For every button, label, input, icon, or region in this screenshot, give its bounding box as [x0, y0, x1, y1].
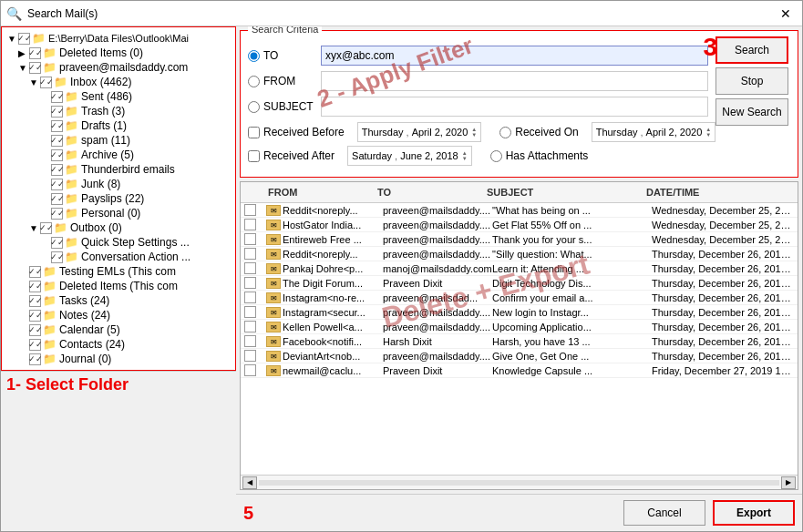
row-checkbox[interactable]: [244, 321, 256, 332]
folder-checkbox[interactable]: ✓: [51, 120, 63, 132]
received-on-date-field[interactable]: Thursday , April 2, 2020 ▲▼: [592, 122, 716, 142]
export-button[interactable]: Export: [713, 500, 795, 526]
row-checkbox[interactable]: [244, 262, 256, 274]
from-field[interactable]: [321, 71, 708, 91]
list-item[interactable]: ✓ 📁 Payslips (22): [5, 191, 232, 206]
row-checkbox[interactable]: [244, 204, 256, 216]
row-checkbox[interactable]: [244, 335, 256, 347]
list-item[interactable]: ✓ 📁 Calendar (5): [5, 322, 232, 337]
row-checkbox[interactable]: [244, 350, 256, 362]
folder-checkbox[interactable]: ✓: [29, 353, 41, 365]
folder-checkbox[interactable]: ✓: [51, 251, 63, 263]
folder-checkbox[interactable]: ✓: [51, 149, 63, 161]
folder-checkbox[interactable]: ✓: [51, 237, 63, 249]
table-row[interactable]: ✉ DeviantArt<nob... praveen@mailsdaddy..…: [241, 349, 798, 363]
list-item[interactable]: ✓ 📁 Personal (0): [5, 206, 232, 220]
to-field[interactable]: [321, 46, 708, 66]
row-checkbox[interactable]: [244, 248, 256, 260]
list-item[interactable]: ✓ 📁 Testing EMLs (This com: [5, 264, 232, 279]
col-datetime-header[interactable]: DATE/TIME: [643, 185, 794, 200]
folder-checkbox[interactable]: ✓: [51, 91, 63, 103]
subject-radio[interactable]: [248, 101, 260, 113]
date-spinner[interactable]: ▲▼: [471, 127, 477, 138]
table-row[interactable]: ✉ HostGator India... praveen@mailsdaddy.…: [241, 218, 798, 232]
date-spinner2[interactable]: ▲▼: [705, 127, 711, 138]
stop-button[interactable]: Stop: [715, 67, 788, 95]
folder-checkbox[interactable]: ✓: [51, 135, 63, 147]
row-checkbox[interactable]: [244, 292, 256, 303]
new-search-button[interactable]: New Search: [715, 98, 788, 126]
folder-checkbox[interactable]: ✓: [29, 295, 41, 307]
has-attachments-radio[interactable]: [490, 150, 502, 162]
row-checkbox[interactable]: [244, 364, 256, 376]
scroll-left[interactable]: ◀: [242, 476, 257, 489]
received-before-date-field[interactable]: Thursday , April 2, 2020 ▲▼: [357, 122, 482, 142]
folder-checkbox[interactable]: ✓: [40, 77, 52, 88]
table-row[interactable]: ✉ newmail@caclu... Praveen Dixit Knowled…: [241, 363, 798, 378]
folder-checkbox[interactable]: ✓: [51, 179, 63, 190]
list-item[interactable]: ▼ ✓ 📁 Outbox (0): [5, 220, 232, 235]
received-before-checkbox[interactable]: [248, 127, 260, 138]
to-radio[interactable]: [248, 50, 260, 62]
col-from-header[interactable]: FROM: [264, 185, 374, 200]
list-item[interactable]: ✓ 📁 Archive (5): [5, 148, 232, 162]
subject-radio-label[interactable]: SUBJECT: [248, 100, 321, 113]
folder-checkbox[interactable]: ✓: [29, 47, 41, 59]
cancel-button[interactable]: Cancel: [623, 500, 705, 526]
from-radio-label[interactable]: FROM: [248, 75, 321, 87]
list-item[interactable]: ✓ 📁 Conversation Action ...: [5, 250, 232, 264]
folder-checkbox[interactable]: ✓: [51, 193, 63, 205]
table-row[interactable]: ✉ The Digit Forum... Praveen Dixit Digit…: [241, 276, 798, 291]
list-item[interactable]: ▶ ✓ 📁 Deleted Items (0): [5, 46, 232, 60]
list-item[interactable]: ✓ 📁 Tasks (24): [5, 293, 232, 308]
list-item[interactable]: ✓ 📁 Quick Step Settings ...: [5, 235, 232, 250]
list-item[interactable]: ▼ ✓ 📁 praveen@mailsdaddy.com: [5, 60, 232, 75]
close-button[interactable]: ✕: [775, 5, 797, 23]
folder-checkbox[interactable]: ✓: [29, 62, 41, 74]
row-checkbox[interactable]: [244, 233, 256, 245]
received-on-radio[interactable]: [499, 127, 511, 138]
list-item[interactable]: ✓ 📁 Deleted Items (This com: [5, 279, 232, 293]
row-checkbox[interactable]: [244, 306, 256, 318]
row-checkbox[interactable]: [244, 277, 256, 289]
table-row[interactable]: ✉ Pankaj Dohre<p... manoj@mailsdaddy.com…: [241, 261, 798, 276]
folder-checkbox[interactable]: ✓: [29, 339, 41, 351]
table-row[interactable]: ✉ Instagram<secur... praveen@mailsdaddy.…: [241, 305, 798, 320]
list-item[interactable]: ▼ ✓ 📁 Inbox (4462): [5, 75, 232, 89]
col-subject-header[interactable]: SUBJECT: [483, 185, 643, 200]
list-item[interactable]: ✓ 📁 Drafts (1): [5, 118, 232, 133]
list-item[interactable]: ✓ 📁 Thunderbird emails: [5, 162, 232, 177]
search-button[interactable]: Search: [715, 36, 788, 64]
table-row[interactable]: ✉ Facebook<notifi... Harsh Dixit Harsh, …: [241, 334, 798, 349]
list-item[interactable]: ✓ 📁 spam (11): [5, 133, 232, 148]
subject-field[interactable]: [321, 97, 708, 117]
list-item[interactable]: ✓ 📁 Notes (24): [5, 308, 232, 322]
table-row[interactable]: ✉ Reddit<noreply... praveen@mailsdaddy..…: [241, 203, 798, 218]
folder-checkbox[interactable]: ✓: [18, 33, 30, 45]
folder-checkbox[interactable]: ✓: [51, 106, 63, 118]
folder-checkbox[interactable]: ✓: [29, 266, 41, 278]
list-item[interactable]: ✓ 📁 Journal (0): [5, 352, 232, 366]
received-after-date-field[interactable]: Saturday , June 2, 2018 ▲▼: [347, 146, 472, 166]
date-spinner3[interactable]: ▲▼: [462, 150, 468, 161]
folder-checkbox[interactable]: ✓: [29, 324, 41, 336]
table-row[interactable]: ✉ Entireweb Free ... praveen@mailsdaddy.…: [241, 232, 798, 247]
scroll-right[interactable]: ▶: [781, 476, 796, 489]
folder-checkbox[interactable]: ✓: [29, 281, 41, 292]
list-item[interactable]: ✓ 📁 Trash (3): [5, 104, 232, 118]
scroll-track[interactable]: [259, 480, 779, 486]
col-to-header[interactable]: TO: [374, 185, 483, 200]
list-item[interactable]: ✓ 📁 Junk (8): [5, 177, 232, 191]
folder-checkbox[interactable]: ✓: [40, 222, 52, 234]
list-item[interactable]: ✓ 📁 Sent (486): [5, 89, 232, 104]
received-after-checkbox[interactable]: [248, 150, 260, 162]
folder-checkbox[interactable]: ✓: [51, 208, 63, 220]
folder-checkbox[interactable]: ✓: [29, 310, 41, 322]
table-row[interactable]: ✉ Reddit<noreply... praveen@mailsdaddy..…: [241, 247, 798, 261]
list-item[interactable]: ✓ 📁 Contacts (24): [5, 337, 232, 352]
table-row[interactable]: ✉ Instagram<no-re... praveen@mailsdad...…: [241, 291, 798, 305]
list-item[interactable]: ▼ ✓ 📁 E:\Berry\Data Files\Outlook\Mai: [5, 31, 232, 46]
row-checkbox[interactable]: [244, 219, 256, 230]
table-row[interactable]: ✉ Kellen Powell<a... praveen@mailsdaddy.…: [241, 320, 798, 334]
horizontal-scrollbar[interactable]: ◀ ▶: [241, 475, 798, 489]
